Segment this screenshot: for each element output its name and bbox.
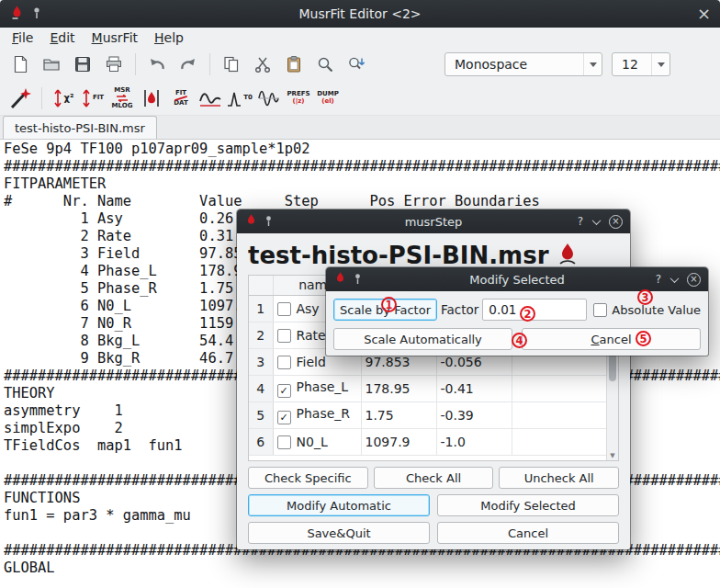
- param-name: N0_L: [297, 435, 328, 449]
- param-name: Asy: [297, 301, 320, 316]
- print-icon[interactable]: [99, 51, 129, 78]
- toolbar-separator: [209, 53, 210, 75]
- musr-fft-icon[interactable]: [256, 84, 282, 113]
- musrfit-fit-icon[interactable]: FIT: [80, 84, 106, 113]
- musrfit-chisq-icon[interactable]: χ²: [51, 84, 76, 113]
- param-value: 1.75: [361, 401, 436, 428]
- param-value: 178.95: [361, 375, 436, 401]
- check-all-button[interactable]: Check All: [374, 467, 494, 489]
- find-next-icon[interactable]: [342, 51, 371, 78]
- undo-icon[interactable]: [142, 51, 172, 78]
- musr-plot-icon[interactable]: [197, 84, 223, 113]
- main-toolbar: Monospace 12: [0, 48, 720, 81]
- row-checkbox[interactable]: [277, 329, 291, 343]
- param-row[interactable]: 6 N0_L 1097.9 -1.0: [249, 428, 608, 455]
- tab-bar: test-histo-PSI-BIN.msr: [0, 116, 720, 140]
- param-name: Field: [297, 355, 326, 369]
- uncheck-all-button[interactable]: Uncheck All: [499, 467, 619, 489]
- open-folder-icon[interactable]: [37, 51, 66, 78]
- modify-titlebar[interactable]: Modify Selected ? ×: [326, 267, 708, 291]
- help-icon[interactable]: ?: [578, 216, 583, 227]
- menubar: File Edit MusrFit Help: [0, 28, 720, 48]
- close-icon[interactable]: ×: [697, 6, 711, 22]
- shade-icon[interactable]: [591, 217, 601, 226]
- menu-help[interactable]: Help: [146, 28, 192, 47]
- font-family-value: Monospace: [445, 57, 583, 72]
- annotation-circle-5: 5: [636, 331, 651, 346]
- param-step: -0.39: [436, 401, 512, 428]
- font-size-value: 12: [613, 57, 651, 72]
- cancel-button[interactable]: Cancel: [522, 328, 701, 350]
- scroll-down-icon[interactable]: ▼: [607, 452, 618, 459]
- pin-icon[interactable]: [264, 213, 274, 231]
- msr-mlog-swap-icon[interactable]: MSRMLOG: [109, 84, 135, 113]
- editor-line: ########################################…: [4, 158, 720, 175]
- annotation-circle-3: 3: [637, 289, 653, 305]
- screen: MusrFit Editor <2> × File Edit MusrFit H…: [0, 0, 720, 588]
- main-titlebar[interactable]: MusrFit Editor <2> ×: [0, 0, 720, 28]
- musrstep-titlebar[interactable]: musrStep ? ×: [237, 209, 630, 233]
- menu-musrfit[interactable]: MusrFit: [84, 28, 146, 47]
- menu-file[interactable]: File: [4, 28, 41, 47]
- musr-dump-icon[interactable]: DUMP(el): [315, 84, 341, 113]
- new-document-icon[interactable]: [6, 51, 35, 78]
- editor-line: FITPARAMETER: [4, 175, 720, 193]
- editor-line: FeSe 9p4 TF100 p107apr09_sample*1p02: [4, 141, 720, 158]
- row-checkbox[interactable]: [277, 356, 291, 369]
- modify-automatic-button[interactable]: Modify Automatic: [248, 494, 430, 516]
- close-icon[interactable]: ×: [687, 273, 701, 287]
- redo-icon[interactable]: [174, 51, 203, 78]
- app-icon: [9, 5, 25, 24]
- param-value: 1097.9: [361, 428, 436, 455]
- save-icon[interactable]: [68, 51, 97, 78]
- app-icon: [333, 271, 347, 288]
- param-name: Phase_R: [297, 406, 351, 421]
- param-name: Rate: [297, 328, 326, 343]
- absolute-value-label: Absolute Value: [612, 303, 701, 317]
- param-row[interactable]: 4 ✓Phase_L 178.95 -0.41: [249, 375, 608, 401]
- musrfit-toolbar: χ² FIT MSRMLOG FITDAT T0 PREFS(|z) DUMP(…: [0, 81, 720, 116]
- param-row[interactable]: 5 ✓Phase_R 1.75 -0.39: [249, 401, 608, 428]
- param-name: Phase_L: [297, 379, 349, 394]
- musrfit-logo-icon: [557, 242, 579, 269]
- row-checkbox[interactable]: [277, 435, 291, 449]
- row-checkbox[interactable]: [277, 302, 291, 316]
- cancel-button[interactable]: Cancel: [437, 522, 619, 544]
- pin-icon[interactable]: [353, 271, 363, 288]
- check-specific-button[interactable]: Check Specific: [248, 467, 368, 489]
- chevron-down-icon: [583, 53, 602, 75]
- toolbar-separator: [135, 53, 136, 75]
- dialog-title: Modify Selected: [326, 273, 708, 287]
- fit-dat-icon[interactable]: FITDAT: [168, 84, 194, 113]
- save-quit-button[interactable]: Save&Quit: [248, 522, 430, 544]
- dialog-title: musrStep: [237, 215, 630, 229]
- paste-icon[interactable]: [279, 51, 309, 78]
- musr-prefs-icon[interactable]: PREFS(|z): [286, 84, 311, 113]
- musr-t0-icon[interactable]: T0: [227, 84, 253, 113]
- annotation-circle-1: 1: [381, 297, 397, 312]
- pin-icon[interactable]: [31, 6, 42, 23]
- musr-wiz-icon[interactable]: [7, 84, 33, 113]
- row-checkbox[interactable]: ✓: [277, 411, 291, 424]
- annotation-circle-4: 4: [512, 333, 527, 348]
- scale-automatically-button[interactable]: Scale Automatically: [333, 328, 512, 350]
- font-size-combobox[interactable]: 12: [612, 52, 670, 76]
- help-icon[interactable]: ?: [656, 274, 661, 285]
- musrview-icon[interactable]: [139, 84, 164, 113]
- musrstep-dialog: musrStep ? × test-histo-PSI-BIN.msr name: [237, 209, 630, 549]
- cut-icon[interactable]: [248, 51, 277, 78]
- toolbar-separator: [41, 87, 42, 109]
- font-family-combobox[interactable]: Monospace: [444, 52, 602, 76]
- menu-edit[interactable]: Edit: [41, 28, 83, 47]
- absolute-value-checkbox[interactable]: [593, 303, 607, 317]
- factor-input[interactable]: [482, 299, 587, 321]
- tab-msr-file[interactable]: test-histo-PSI-BIN.msr: [3, 116, 157, 139]
- find-icon[interactable]: [310, 51, 340, 78]
- shade-icon[interactable]: [669, 275, 679, 284]
- close-icon[interactable]: ×: [609, 215, 623, 229]
- copy-icon[interactable]: [217, 51, 246, 78]
- row-checkbox[interactable]: ✓: [277, 384, 291, 398]
- window-title: MusrFit Editor <2>: [0, 6, 720, 21]
- annotation-circle-2: 2: [520, 306, 535, 322]
- modify-selected-button[interactable]: Modify Selected: [437, 494, 619, 516]
